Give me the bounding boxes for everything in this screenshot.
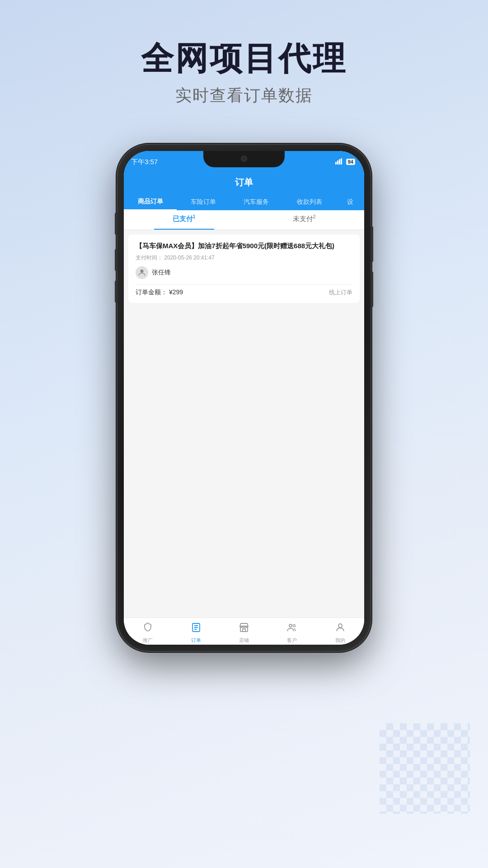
order-amount: 订单金额： ¥299: [136, 288, 183, 297]
user-avatar: [136, 266, 148, 279]
phone-frame: 下午3:57 94: [117, 145, 371, 651]
tab-goods-order[interactable]: 商品订单: [124, 194, 177, 210]
tab-car-insurance[interactable]: 车险订单: [177, 194, 230, 210]
svg-rect-1: [337, 160, 338, 165]
shield-icon: [142, 622, 153, 636]
nav-label-order: 订单: [191, 637, 201, 644]
order-product-title: 【马车保MAX会员】加油7折起年省5900元(限时赠送688元大礼包): [136, 241, 352, 250]
tab-settings[interactable]: 设: [336, 194, 364, 210]
network-icon: [335, 158, 343, 166]
svg-point-12: [338, 624, 342, 627]
tab-navigation: 商品订单 车险订单 汽车服务 收款列表 设: [124, 194, 364, 210]
sub-tabs: 已支付1 未支付2: [124, 208, 364, 230]
nav-label-mine: 我的: [335, 637, 345, 644]
content-area: 【马车保MAX会员】加油7折起年省5900元(限时赠送688元大礼包) 支付时间…: [124, 230, 364, 618]
app-title: 订单: [124, 176, 364, 194]
order-type: 线上订单: [329, 288, 352, 297]
sub-tab-unpaid[interactable]: 未支付2: [244, 208, 364, 230]
tab-payment-list[interactable]: 收款列表: [283, 194, 336, 210]
svg-point-4: [141, 269, 144, 273]
battery-icon: 94: [346, 159, 355, 165]
bottom-navigation: 推广 订单: [124, 618, 364, 645]
svg-rect-2: [339, 159, 340, 165]
bottom-nav-item-order[interactable]: 订单: [172, 619, 220, 644]
svg-point-11: [293, 624, 296, 627]
app-header: 订单 商品订单 车险订单 汽车服务 收款列表 设: [124, 171, 364, 210]
nav-label-customer: 客户: [287, 637, 297, 644]
status-icons: 94: [335, 156, 355, 166]
person-icon: [335, 622, 346, 636]
bottom-nav-item-customer[interactable]: 客户: [268, 619, 316, 644]
headline-main: 全网项目代理: [0, 41, 488, 76]
nav-label-promote: 推广: [143, 637, 153, 644]
svg-rect-0: [335, 162, 337, 165]
sub-tab-paid[interactable]: 已支付1: [124, 208, 244, 230]
headline-area: 全网项目代理 实时查看订单数据: [0, 41, 488, 107]
store-icon: [239, 622, 249, 636]
person-group-icon: [286, 622, 297, 636]
bottom-nav-item-promote[interactable]: 推广: [124, 619, 172, 644]
tab-car-service[interactable]: 汽车服务: [230, 194, 283, 210]
order-user: 张任锋: [136, 266, 352, 279]
order-card: 【马车保MAX会员】加油7折起年省5900元(限时赠送688元大礼包) 支付时间…: [128, 235, 360, 303]
phone-notch: [203, 151, 285, 167]
svg-point-10: [289, 624, 292, 627]
nav-label-store: 店铺: [239, 637, 249, 644]
phone-screen: 下午3:57 94: [124, 151, 364, 645]
headline-sub: 实时查看订单数据: [0, 85, 488, 107]
checker-pattern: [380, 723, 470, 814]
status-time: 下午3:57: [131, 156, 158, 166]
phone-mockup: 下午3:57 94: [117, 145, 371, 651]
bottom-nav-item-mine[interactable]: 我的: [316, 619, 364, 644]
bottom-nav-item-store[interactable]: 店铺: [220, 619, 268, 644]
order-pay-time: 支付时间： 2020-05-26 20:41:47: [136, 254, 352, 262]
order-footer: 订单金额： ¥299 线上订单: [136, 288, 352, 297]
user-name: 张任锋: [152, 269, 171, 277]
svg-rect-3: [341, 158, 342, 165]
camera-cutout: [241, 156, 247, 162]
order-divider: [136, 284, 352, 285]
list-icon: [191, 622, 202, 636]
